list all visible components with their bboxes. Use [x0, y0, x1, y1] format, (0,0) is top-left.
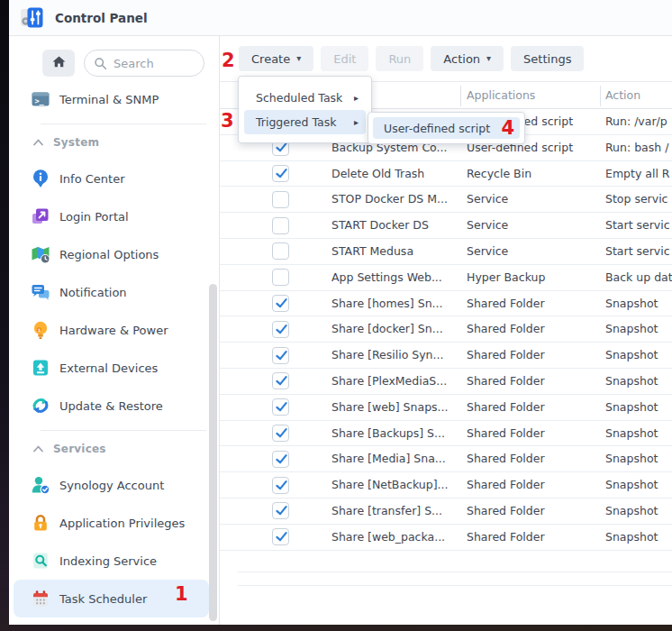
- action-button[interactable]: Action ▾: [431, 46, 504, 71]
- table-row[interactable]: Share [PlexMediaS...Shared FolderSnapsho…: [220, 369, 672, 395]
- sidebar-item-update-restore[interactable]: Update & Restore: [14, 387, 209, 425]
- sidebar-item-synology-account[interactable]: Synology Account: [14, 466, 209, 504]
- sidebar-section-services[interactable]: Services: [9, 431, 219, 466]
- chevron-up-icon: [32, 444, 44, 453]
- sidebar-item-regional-options[interactable]: Regional Options: [14, 235, 209, 273]
- sidebar-item-external-devices[interactable]: External Devices: [14, 349, 209, 387]
- sidebar-item-info-center[interactable]: Info Center: [14, 160, 209, 197]
- section-label: System: [53, 136, 99, 149]
- indexing-service-icon: [31, 551, 50, 571]
- task-name-cell: Share [PlexMediaS...: [331, 369, 463, 394]
- menu-item-triggered-task[interactable]: Triggered Task ▸: [244, 110, 366, 134]
- edit-button-label: Edit: [333, 52, 356, 66]
- row-checkbox[interactable]: [272, 242, 289, 260]
- sidebar-item-label: Indexing Service: [59, 554, 157, 568]
- sidebar-item-label: External Devices: [59, 361, 158, 375]
- table-row[interactable]: Share [NetBackup]...Shared FolderSnapsho…: [220, 472, 672, 498]
- sidebar-item-indexing-service[interactable]: Indexing Service: [14, 542, 209, 580]
- task-name-cell: Share [web] Snaps...: [331, 395, 463, 420]
- sidebar-item-terminal-snmp[interactable]: >_ Terminal & SNMP: [14, 80, 209, 118]
- create-dropdown-menu: Scheduled Task ▸ Triggered Task ▸: [238, 76, 372, 143]
- triggered-task-submenu: User-defined script 4: [368, 112, 525, 144]
- task-name-cell: Share [Media] Sna...: [331, 446, 463, 471]
- action-cell: Snapshot: [605, 472, 672, 498]
- row-checkbox[interactable]: [272, 191, 289, 208]
- synology-account-icon: [31, 475, 50, 495]
- titlebar: Control Panel: [9, 0, 672, 36]
- table-row[interactable]: START Docker DSServiceStart servic: [220, 213, 672, 239]
- sidebar-item-notification[interactable]: Notification: [14, 273, 209, 311]
- application-cell: Shared Folder: [467, 343, 602, 368]
- table-row[interactable]: Share [Resilio Syn...Shared FolderSnapsh…: [220, 343, 672, 369]
- row-checkbox[interactable]: [272, 321, 289, 338]
- submenu-arrow-icon: ▸: [354, 93, 359, 103]
- action-cell: Back up dat: [605, 265, 672, 290]
- sidebar-item-hardware-power[interactable]: 1Hardware & Power: [14, 311, 209, 349]
- row-checkbox[interactable]: [272, 372, 289, 389]
- menu-item-user-defined-script[interactable]: User-defined script 4: [373, 117, 520, 139]
- sidebar-section-system[interactable]: System: [9, 124, 219, 160]
- row-checkbox[interactable]: [272, 398, 289, 416]
- application-cell: Shared Folder: [467, 316, 602, 342]
- row-checkbox[interactable]: [272, 528, 289, 545]
- row-checkbox[interactable]: [272, 165, 289, 182]
- empty-row-separator: [238, 585, 672, 586]
- row-checkbox[interactable]: [272, 425, 289, 442]
- create-button[interactable]: Create ▾: [239, 46, 313, 71]
- edit-button[interactable]: Edit: [321, 46, 368, 71]
- table-row[interactable]: App Settings Web...Hyper BackupBack up d…: [220, 265, 672, 291]
- column-header-action[interactable]: Action: [605, 82, 640, 109]
- application-cell: Shared Folder: [467, 369, 602, 394]
- action-cell: Snapshot: [605, 498, 672, 524]
- row-checkbox[interactable]: [272, 295, 289, 312]
- svg-text:1: 1: [38, 328, 41, 333]
- row-checkbox[interactable]: [272, 217, 289, 234]
- table-row[interactable]: START MedusaServiceStart servic: [220, 239, 672, 265]
- application-cell: Service: [467, 187, 602, 212]
- section-label: Services: [53, 443, 106, 455]
- table-row[interactable]: Delete Old TrashRecycle BinEmpty all R: [220, 161, 672, 187]
- run-button[interactable]: Run: [376, 46, 423, 71]
- table-row[interactable]: STOP Docker DS M...ServiceStop servic: [220, 187, 672, 213]
- sidebar-item-application-privileges[interactable]: Application Privileges: [14, 504, 209, 542]
- empty-row-separator: [238, 572, 672, 572]
- sidebar-item-login-portal[interactable]: Login Portal: [14, 197, 209, 235]
- window-title: Control Panel: [55, 11, 148, 25]
- task-table-body: User-defined scriptRun: /var/pBackup Sys…: [220, 109, 672, 551]
- task-name-cell: Share [Resilio Syn...: [331, 343, 463, 368]
- application-privileges-icon: [31, 513, 50, 533]
- sidebar-scrollbar-thumb[interactable]: [209, 284, 217, 621]
- search-input[interactable]: [114, 57, 195, 70]
- action-cell: Snapshot: [605, 343, 672, 368]
- menu-item-scheduled-task[interactable]: Scheduled Task ▸: [244, 86, 366, 110]
- menu-item-label: Scheduled Task: [256, 91, 342, 105]
- regional-options-icon: [31, 244, 50, 264]
- home-button[interactable]: [42, 50, 75, 77]
- application-cell: Shared Folder: [467, 395, 602, 420]
- row-checkbox[interactable]: [272, 451, 289, 468]
- table-row[interactable]: Share [transfer] S...Shared FolderSnapsh…: [220, 498, 672, 525]
- table-row[interactable]: Share [Media] Sna...Shared FolderSnapsho…: [220, 446, 672, 472]
- row-checkbox[interactable]: [272, 502, 289, 519]
- menu-item-label: User-defined script: [384, 122, 490, 135]
- application-cell: Shared Folder: [467, 472, 602, 498]
- table-row[interactable]: Share [web] Snaps...Shared FolderSnapsho…: [220, 395, 672, 421]
- column-divider: [460, 86, 461, 106]
- settings-button[interactable]: Settings: [511, 46, 584, 71]
- table-row[interactable]: Share [docker] Sn...Shared FolderSnapsho…: [220, 316, 672, 343]
- action-cell: Run: bash /: [605, 135, 672, 160]
- annotation-step-4: 4: [501, 119, 514, 138]
- task-name-cell: START Medusa: [331, 239, 463, 264]
- search-box[interactable]: [84, 50, 204, 77]
- sidebar-item-label: Task Scheduler: [59, 592, 147, 606]
- task-name-cell: Share [transfer] S...: [331, 498, 463, 524]
- column-header-applications[interactable]: Applications: [467, 82, 535, 109]
- sidebar-item-label: Info Center: [59, 172, 125, 186]
- row-checkbox[interactable]: [272, 477, 289, 494]
- row-checkbox[interactable]: [272, 269, 289, 286]
- table-row[interactable]: Share [Backups] S...Shared FolderSnapsho…: [220, 421, 672, 447]
- row-checkbox[interactable]: [272, 347, 289, 364]
- table-row[interactable]: Share [web_packa...Shared FolderSnapshot: [220, 525, 672, 551]
- menu-item-label: Triggered Task: [256, 115, 336, 129]
- table-row[interactable]: Share [homes] Sn...Shared FolderSnapshot: [220, 291, 672, 317]
